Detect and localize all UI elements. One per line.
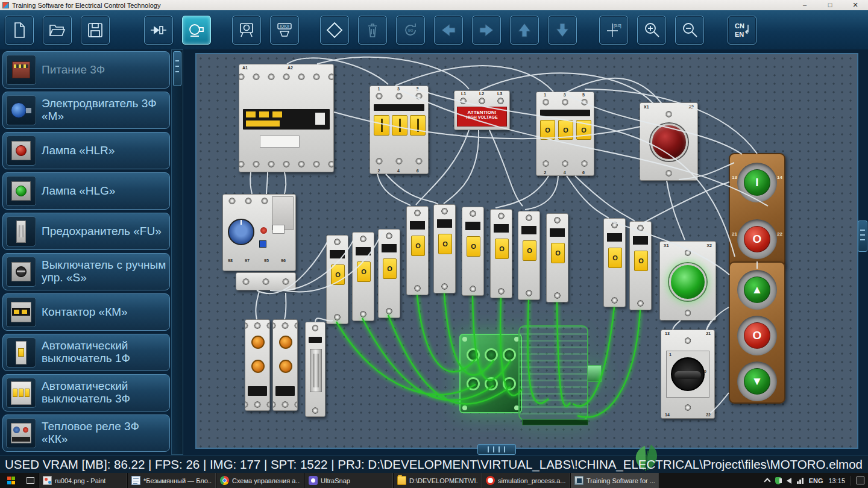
workspace-canvas[interactable]: A1 A2 1 3 5 (195, 53, 858, 449)
breaker-rocker[interactable]: O (411, 236, 425, 256)
sidebar-item-breaker-1ph[interactable]: Автоматический выключатель 1Ф (2, 334, 170, 371)
taskbar-app-explorer[interactable]: D:\DEVELOPMENT\VI... (393, 473, 482, 488)
canvas-vscroll-thumb[interactable] (858, 221, 867, 252)
sidebar-item-lamp-hlr[interactable]: Лампа «HLR» (2, 132, 170, 169)
relay-dial[interactable] (279, 360, 292, 373)
breaker-rocker[interactable] (374, 115, 389, 136)
breaker-1p-device[interactable]: O (378, 229, 400, 318)
zoom-in-button[interactable] (637, 16, 666, 45)
sidebar-item-motor-3ph[interactable]: Электродвигатель 3Ф «М» (2, 92, 170, 129)
breaker-rocker[interactable]: O (495, 239, 509, 259)
cam-switch-knob[interactable] (671, 357, 705, 391)
task-view-button[interactable] (22, 473, 39, 488)
breaker-1p-device[interactable]: O (433, 204, 456, 293)
sidebar-item-breaker-3ph[interactable]: Автоматический выключатель 3Ф (2, 374, 170, 411)
breaker-1p-device[interactable]: O (406, 206, 429, 295)
breaker-rocker[interactable] (410, 115, 426, 136)
breaker-1p-device[interactable]: O (490, 209, 512, 298)
network-icon[interactable] (797, 478, 804, 484)
red-lamp-lens[interactable] (650, 124, 688, 161)
wire-tool-button[interactable] (144, 16, 173, 45)
breaker-3p-device[interactable]: 1 3 5 O O O 2 4 6 (536, 92, 594, 176)
start-button[interactable] (0, 473, 22, 488)
move-right-button[interactable] (472, 16, 501, 45)
breaker-3p-device[interactable]: 1 3 5 2 4 6 (370, 86, 429, 174)
taskbar-app-paint[interactable]: ru004.png - Paint (39, 473, 127, 488)
language-indicator[interactable]: ENG (809, 477, 823, 484)
breaker-rocker[interactable]: O (576, 120, 591, 140)
taskbar-app-browser[interactable]: Схема управления а... (216, 473, 304, 488)
save-button[interactable] (81, 16, 110, 45)
taskbar-app-training-software[interactable]: Training Software for ... (570, 473, 659, 488)
sidebar-item-lamp-hlg[interactable]: Лампа «HLG» (2, 172, 170, 210)
thermal-relay-device[interactable]: 98 97 95 96 (222, 194, 296, 271)
breaker-rocker[interactable] (392, 115, 407, 136)
breaker-rocker[interactable]: O (540, 120, 555, 140)
sidebar-item-power-3ph[interactable]: Питание 3Ф (2, 51, 170, 89)
breaker-1p-device[interactable]: O (546, 213, 568, 302)
time-relay-device[interactable] (272, 319, 298, 411)
tray-expand-icon[interactable] (764, 478, 770, 484)
start-button[interactable]: I (744, 169, 770, 196)
clock[interactable]: 13:15 (828, 477, 845, 484)
maximize-button[interactable]: □ (817, 0, 843, 10)
rotate-90-button[interactable]: 90 (396, 16, 425, 45)
volume-icon[interactable] (787, 478, 791, 484)
delete-button[interactable] (358, 16, 387, 45)
attention-block[interactable]: L1 L2 L3 ATTENTION! HIGH VOLTAGE (454, 90, 510, 130)
taskbar-app-opera[interactable]: simulation_process.a... (482, 473, 570, 488)
up-button[interactable]: ▲ (744, 277, 770, 303)
red-lamp-station[interactable]: X1 X2 (640, 102, 698, 181)
move-down-button[interactable] (548, 16, 577, 45)
multimeter-button[interactable] (232, 16, 261, 45)
coordinates-button[interactable]: [0:0] (599, 16, 628, 45)
move-up-button[interactable] (510, 16, 539, 45)
pushbutton-station-start-stop[interactable]: I 13 14 O 21 22 (729, 153, 785, 269)
thermal-terminal-block[interactable] (236, 272, 296, 290)
language-toggle-button[interactable]: CNEN (728, 16, 756, 45)
sidebar-item-fuse[interactable]: Предохранитель «FU» (2, 213, 170, 250)
palette-scrollbar-thumb[interactable] (173, 51, 181, 86)
zoom-out-button[interactable] (675, 16, 704, 45)
breaker-rocker[interactable]: O (608, 248, 622, 268)
minimize-button[interactable]: – (792, 0, 817, 10)
breaker-1p-device[interactable]: O (518, 211, 540, 300)
serial-port-button[interactable]: IOIOI (270, 16, 299, 45)
thermal-reset-button[interactable] (259, 226, 268, 235)
contactor-km-device[interactable]: A1 A2 (239, 64, 334, 172)
move-left-button[interactable] (434, 16, 463, 45)
relay-dial[interactable] (279, 336, 292, 349)
breaker-rocker[interactable]: O (558, 120, 573, 140)
new-file-button[interactable] (5, 16, 34, 45)
breaker-rocker[interactable]: O (467, 236, 480, 257)
breaker-rocker[interactable]: O (551, 243, 565, 263)
notification-icon[interactable] (857, 477, 864, 484)
taskbar-app-ultrasnap[interactable]: UltraSnap (304, 473, 393, 488)
sidebar-item-contactor-km[interactable]: Контактор «КМ» (2, 293, 170, 331)
close-button[interactable]: ✕ (843, 0, 868, 10)
breaker-1p-device[interactable]: O (352, 232, 374, 321)
breaker-rocker[interactable]: O (331, 264, 345, 285)
breaker-1p-device[interactable]: O (629, 221, 652, 310)
cam-switch-device[interactable]: 13 21 1 0 14 22 (661, 330, 715, 419)
breaker-rocker[interactable]: O (523, 240, 536, 261)
canvas-hscroll-thumb[interactable] (477, 444, 516, 455)
stop-button[interactable]: O (744, 226, 770, 252)
sidebar-item-switch-s[interactable]: Выключатель с ручным упр. «S» (2, 253, 170, 290)
breaker-rocker[interactable]: O (438, 234, 452, 254)
taskbar-app-notepad[interactable]: *Безымянный — Бло... (127, 473, 216, 488)
relay-dial[interactable] (251, 336, 265, 349)
motor-3ph-device[interactable] (456, 325, 603, 429)
pushbutton-station-updown[interactable]: ▲ O ▼ (729, 261, 785, 404)
breaker-1p-device[interactable]: O (462, 207, 484, 296)
palette-scrollbar[interactable] (171, 49, 183, 455)
time-relay-device[interactable] (245, 319, 270, 411)
eraser-button[interactable] (320, 16, 349, 45)
green-lamp-station[interactable]: X1 X2 (659, 241, 716, 321)
breaker-rocker[interactable]: O (634, 251, 648, 271)
breaker-rocker[interactable]: O (383, 258, 397, 279)
open-file-button[interactable] (43, 16, 72, 45)
breaker-1p-device[interactable]: O (326, 235, 348, 324)
relay-dial[interactable] (251, 360, 265, 373)
stop-button[interactable]: O (744, 322, 770, 349)
